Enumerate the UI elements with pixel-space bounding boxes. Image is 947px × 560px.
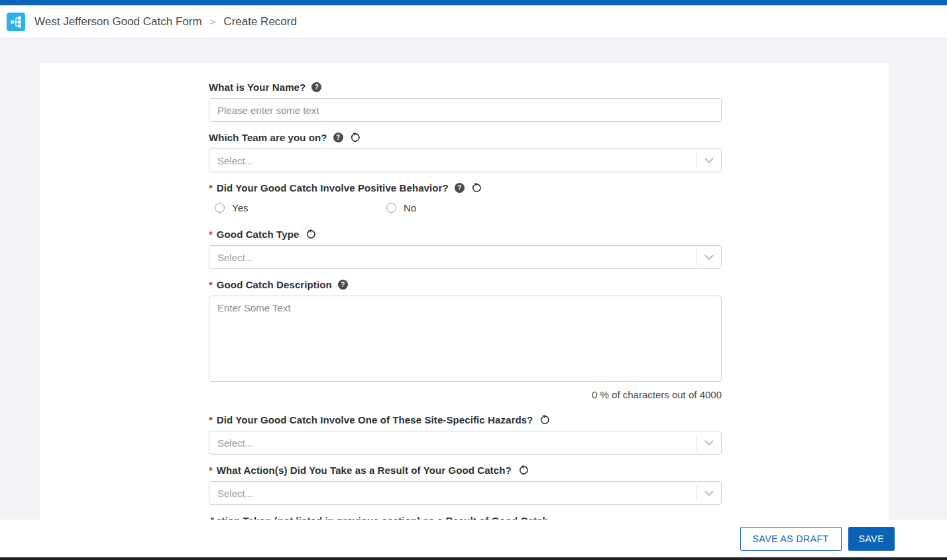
radio-circle-icon[interactable]: [386, 203, 396, 213]
required-marker: *: [209, 279, 213, 290]
help-icon[interactable]: ?: [338, 280, 348, 290]
field-label-row: * Did Your Good Catch Involve One of The…: [209, 414, 722, 425]
save-as-draft-button[interactable]: SAVE AS DRAFT: [740, 527, 842, 551]
field-label: Did Your Good Catch Involve One of These…: [217, 414, 533, 425]
description-textarea[interactable]: [209, 296, 722, 382]
required-marker: *: [209, 229, 213, 240]
field-label-row: * Did Your Good Catch Involve Positive B…: [209, 182, 722, 194]
refresh-options-icon[interactable]: [472, 183, 482, 193]
breadcrumb-separator-icon: >: [210, 16, 216, 27]
breadcrumb-header: West Jefferson Good Catch Form > Create …: [0, 5, 947, 38]
good-catch-type-select[interactable]: Select...: [209, 245, 722, 269]
hazards-select[interactable]: Select...: [209, 431, 722, 455]
field-label-row: * Good Catch Description ?: [209, 279, 722, 290]
field-what-is-your-name: What is Your Name? ?: [209, 82, 722, 122]
form-card: What is Your Name? ? Which Team are you …: [40, 63, 889, 560]
field-actions-taken-select: * What Action(s) Did You Take as a Resul…: [209, 465, 722, 505]
required-marker: *: [209, 182, 213, 194]
help-icon[interactable]: ?: [455, 183, 465, 193]
radio-option-yes[interactable]: Yes: [215, 202, 386, 213]
field-positive-behavior: * Did Your Good Catch Involve Positive B…: [209, 182, 722, 213]
field-label: Good Catch Type: [217, 229, 300, 240]
field-which-team: Which Team are you on? ? Select...: [209, 132, 722, 172]
radio-label: No: [404, 202, 416, 213]
field-label: Good Catch Description: [217, 279, 332, 290]
field-good-catch-description: * Good Catch Description ? 0 % of charac…: [209, 279, 722, 400]
breadcrumb: West Jefferson Good Catch Form > Create …: [34, 15, 297, 28]
create-record-form: What is Your Name? ? Which Team are you …: [209, 63, 722, 555]
field-label: Which Team are you on?: [209, 132, 327, 143]
refresh-options-icon[interactable]: [540, 415, 550, 425]
radio-circle-icon[interactable]: [215, 203, 225, 213]
save-button[interactable]: SAVE: [848, 527, 895, 551]
field-label-row: * Good Catch Type: [209, 229, 722, 240]
app-flow-diagram-icon[interactable]: [7, 13, 25, 31]
character-counter: 0 % of characters out of 4000: [209, 389, 722, 400]
team-select[interactable]: Select...: [209, 148, 722, 172]
breadcrumb-item-create-record: Create Record: [223, 15, 297, 28]
field-label: What Action(s) Did You Take as a Result …: [217, 465, 512, 476]
field-label: Did Your Good Catch Involve Positive Beh…: [217, 182, 449, 194]
field-label-row: Which Team are you on? ?: [209, 132, 722, 143]
field-label-row: What is Your Name? ?: [209, 82, 722, 93]
chevron-down-icon[interactable]: [697, 158, 721, 163]
select-placeholder: Select...: [209, 437, 696, 449]
refresh-options-icon[interactable]: [306, 229, 316, 239]
chevron-down-icon[interactable]: [697, 490, 721, 496]
required-marker: *: [209, 465, 213, 476]
required-marker: *: [209, 414, 213, 425]
refresh-options-icon[interactable]: [351, 133, 361, 142]
refresh-options-icon[interactable]: [519, 465, 529, 475]
select-placeholder: Select...: [209, 155, 696, 166]
field-good-catch-type: * Good Catch Type Select...: [209, 229, 722, 269]
breadcrumb-item-form[interactable]: West Jefferson Good Catch Form: [34, 15, 202, 28]
name-input[interactable]: [209, 98, 722, 122]
help-icon[interactable]: ?: [333, 133, 343, 142]
flow-diagram-glyph: [10, 16, 22, 28]
field-label-row: * What Action(s) Did You Take as a Resul…: [209, 465, 722, 476]
top-accent-bar: [0, 0, 947, 5]
radio-label: Yes: [232, 202, 248, 213]
select-placeholder: Select...: [209, 488, 696, 499]
radio-option-no[interactable]: No: [386, 202, 558, 213]
help-icon[interactable]: ?: [311, 82, 321, 92]
field-label: What is Your Name?: [209, 82, 306, 93]
form-action-footer: SAVE AS DRAFT SAVE: [0, 520, 947, 560]
chevron-down-icon[interactable]: [697, 254, 721, 260]
actions-select[interactable]: Select...: [209, 481, 722, 505]
radio-group-positive-behavior: Yes No: [209, 202, 722, 213]
select-placeholder: Select...: [209, 252, 696, 263]
field-site-specific-hazards: * Did Your Good Catch Involve One of The…: [209, 414, 722, 455]
page-background: What is Your Name? ? Which Team are you …: [0, 39, 947, 560]
chevron-down-icon[interactable]: [697, 440, 721, 445]
